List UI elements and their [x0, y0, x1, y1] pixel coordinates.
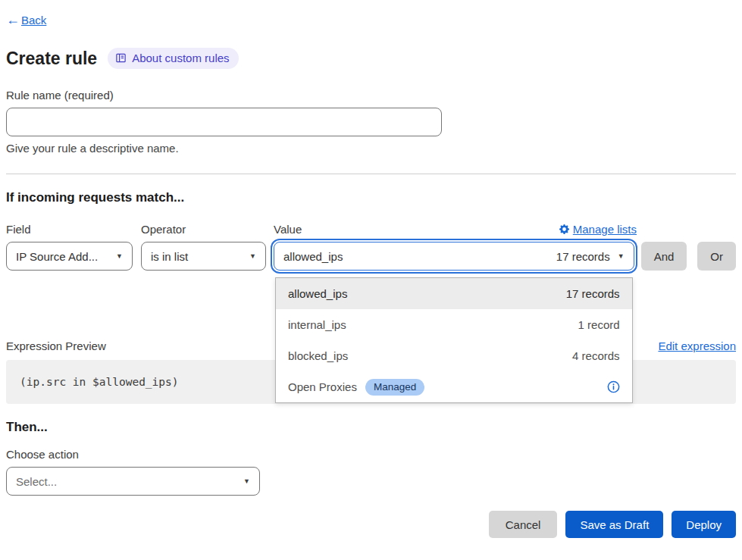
action-select[interactable]: Select... ▼	[6, 467, 260, 496]
list-item-records: 17 records	[566, 287, 620, 300]
back-link-label[interactable]: Back	[21, 14, 46, 27]
section-divider	[6, 174, 736, 174]
page-title: Create rule	[6, 48, 97, 69]
footer-actions: Cancel Save as Draft Deploy	[6, 511, 736, 538]
create-rule-page: ← Back Create rule About custom rules Ru…	[0, 0, 742, 560]
value-label: Value	[274, 223, 302, 236]
list-item-records: 4 records	[572, 349, 620, 362]
operator-select-value: is in list	[151, 250, 188, 263]
match-section: Field Operator Value Manage lists IP Sou…	[6, 223, 736, 271]
managed-badge: Managed	[365, 379, 424, 396]
list-item-blocked-ips[interactable]: blocked_ips 4 records	[276, 340, 632, 371]
field-select[interactable]: IP Source Add... ▼	[6, 242, 133, 271]
chevron-down-icon: ▼	[249, 252, 256, 260]
choose-action-label: Choose action	[6, 448, 736, 461]
match-selects-row: IP Source Add... ▼ is in list ▼ allowed_…	[6, 242, 736, 271]
value-label-row: Value Manage lists	[274, 223, 637, 236]
list-item-allowed-ips[interactable]: allowed_ips 17 records	[276, 278, 632, 309]
rule-name-label: Rule name (required)	[6, 89, 736, 102]
expression-preview-label: Expression Preview	[6, 339, 106, 352]
manage-lists-label[interactable]: Manage lists	[573, 223, 637, 236]
value-select-records: 17 records	[556, 250, 610, 263]
deploy-button[interactable]: Deploy	[672, 511, 736, 538]
field-label: Field	[6, 223, 141, 236]
back-arrow-icon: ←	[6, 12, 20, 28]
title-row: Create rule About custom rules	[6, 48, 736, 69]
gear-icon	[559, 224, 569, 234]
list-item-internal-ips[interactable]: internal_ips 1 record	[276, 309, 632, 340]
value-select-wrap: allowed_ips 17 records ▼ allowed_ips 17 …	[274, 242, 634, 271]
chevron-down-icon: ▼	[243, 477, 250, 485]
match-heading: If incoming requests match...	[6, 190, 736, 205]
then-heading: Then...	[6, 420, 736, 435]
list-item-name: allowed_ips	[288, 287, 347, 300]
list-item-records: 1 record	[578, 318, 620, 331]
list-item-name: blocked_ips	[288, 349, 348, 362]
expression-code: (ip.src in $allowed_ips)	[20, 376, 179, 388]
value-select[interactable]: allowed_ips 17 records ▼	[274, 242, 634, 271]
and-button[interactable]: And	[641, 242, 687, 271]
list-item-open-proxies[interactable]: Open Proxies Managed	[276, 371, 632, 402]
list-item-name: Open Proxies	[288, 380, 357, 393]
chevron-down-icon: ▼	[618, 252, 625, 260]
edit-expression-link[interactable]: Edit expression	[658, 339, 736, 352]
value-dropdown: allowed_ips 17 records internal_ips 1 re…	[275, 277, 633, 403]
cancel-button[interactable]: Cancel	[489, 511, 558, 538]
value-select-value: allowed_ips	[283, 250, 343, 263]
book-icon	[115, 52, 127, 64]
field-select-value: IP Source Add...	[16, 250, 98, 263]
chevron-down-icon: ▼	[116, 252, 123, 260]
save-as-draft-button[interactable]: Save as Draft	[565, 511, 663, 538]
about-custom-rules-label: About custom rules	[132, 52, 229, 64]
match-labels-row: Field Operator Value Manage lists	[6, 223, 736, 236]
back-link[interactable]: ← Back	[6, 12, 736, 28]
operator-select[interactable]: is in list ▼	[141, 242, 266, 271]
operator-label: Operator	[141, 223, 274, 236]
manage-lists-link[interactable]: Manage lists	[559, 223, 637, 236]
labels-spacer	[637, 223, 736, 236]
action-select-placeholder: Select...	[16, 475, 57, 488]
about-custom-rules-link[interactable]: About custom rules	[108, 48, 238, 69]
info-icon[interactable]	[607, 380, 620, 393]
rule-name-input[interactable]	[6, 108, 442, 136]
rule-name-helper: Give your rule a descriptive name.	[6, 142, 736, 155]
or-button[interactable]: Or	[697, 242, 736, 271]
list-item-name: internal_ips	[288, 318, 346, 331]
